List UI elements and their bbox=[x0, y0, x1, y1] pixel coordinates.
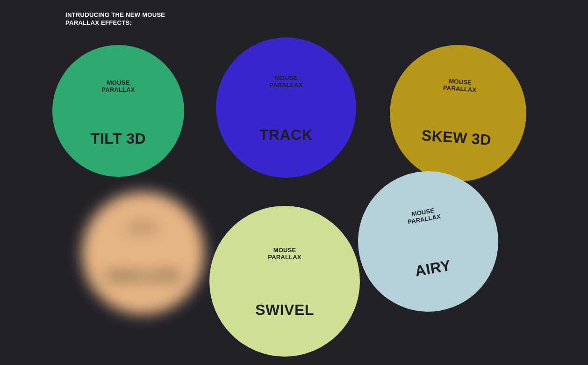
parallax-card-tilt3d[interactable]: MOUSE PARALLAX TILT 3D bbox=[52, 45, 184, 177]
parallax-card-name: TILT 3D bbox=[91, 130, 146, 147]
parallax-card-label: MOUSE PARALLAX bbox=[268, 247, 301, 261]
parallax-card-label: MOUSE PARALLAX bbox=[406, 206, 442, 226]
parallax-card-name: SKEW 3D bbox=[421, 127, 492, 149]
parallax-card-skew3d[interactable]: MOUSE PARALLAX SKEW 3D bbox=[385, 40, 531, 186]
parallax-card-label: MOUSE PARALLAX bbox=[126, 221, 159, 235]
parallax-card-name: AIRY bbox=[414, 257, 452, 280]
parallax-card-airy[interactable]: MOUSE PARALLAX AIRY bbox=[347, 160, 509, 323]
parallax-card-label: MOUSE PARALLAX bbox=[101, 80, 135, 94]
parallax-card-track[interactable]: MOUSE PARALLAX TRACK bbox=[216, 37, 356, 178]
page-title-line1: INTRUDUCING THE NEW MOUSE bbox=[65, 11, 165, 18]
page-title: INTRUDUCING THE NEW MOUSE PARALLAX EFFEC… bbox=[65, 11, 165, 27]
parallax-card-obscure[interactable]: MOUSE PARALLAX OBSCURE bbox=[82, 192, 204, 314]
page-title-line2: PARALLAX EFFECTS: bbox=[65, 19, 132, 26]
parallax-card-label: MOUSE PARALLAX bbox=[269, 75, 302, 89]
parallax-card-name: TRACK bbox=[259, 126, 313, 144]
parallax-card-label: MOUSE PARALLAX bbox=[443, 78, 477, 94]
parallax-card-name: OBSCURE bbox=[105, 268, 181, 285]
parallax-card-swivel[interactable]: MOUSE PARALLAX SWIVEL bbox=[209, 206, 360, 357]
parallax-card-name: SWIVEL bbox=[255, 301, 314, 319]
